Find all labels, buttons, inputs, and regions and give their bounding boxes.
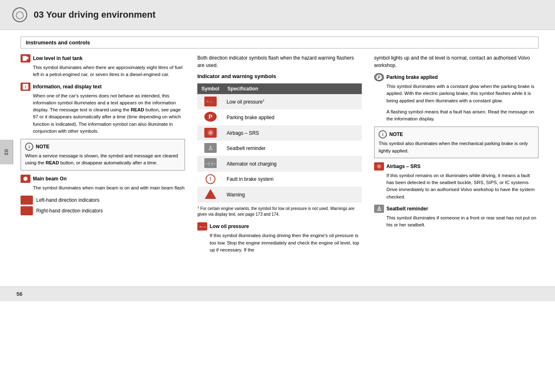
note-box-col3: i NOTE This symbol also illuminates when… [374,127,539,158]
low-oil-icon: ~→ [204,97,217,106]
parking-brake-extra-col3: A flashing symbol means that a fault has… [386,108,539,123]
low-fuel-item: Low level in fuel tank This symbol illum… [21,54,185,78]
page-wrapper: ◯ 03 Your driving environment 03 Instrum… [0,0,555,392]
main-beam-heading: Main beam On [21,175,185,183]
spec-cell-seatbelt: Seatbelt reminder [223,141,362,156]
symbol-table: Symbol Specification ~→ Low o [197,83,362,203]
svg-text:─┤├─: ─┤├─ [205,161,216,166]
left-indicator-item: Left-hand direction indicators [21,196,185,205]
left-indicator-label: Left-hand direction indicators [36,197,99,203]
table-row: Warning [197,187,362,203]
note-box-header-col1: i NOTE [25,143,180,151]
seatbelt-heading-col3: ♙ Seatbelt reminder [374,205,539,213]
note-box-col1: i NOTE When a service message is shown, … [21,139,185,171]
table-header-row: Symbol Specification [197,83,362,94]
symbol-cell-warning [197,187,223,203]
steering-wheel-icon: ◯ [12,7,27,22]
symbol-cell-oil: ~→ [197,94,223,109]
note-text-col3: This symbol also illuminates when the me… [379,140,534,154]
table-row: ~→ Low oil pressure1 [197,94,362,109]
low-oil-detail-icon: ~→ [197,222,207,231]
table-row: P Parking brake applied [197,109,362,125]
table-heading: Indicator and warning symbols [197,73,362,79]
svg-text:P: P [378,75,381,80]
table-row: ─┤├─ Alternator not charging [197,156,362,172]
table-row: ♙ Seatbelt reminder [197,141,362,156]
seatbelt-icon-col3: ♙ [374,205,384,213]
svg-text:♙: ♙ [208,145,213,151]
svg-rect-1 [27,57,28,59]
symbol-cell-alternator: ─┤├─ [197,156,223,172]
airbags-heading-col3: Airbags – SRS [374,162,539,171]
symbol-cell-airbag: ✳ [197,125,223,141]
note-label-col3: NOTE [389,131,403,137]
info-read-item: i Information, read display text When on… [21,83,185,135]
low-fuel-label: Low level in fuel tank [33,55,83,61]
main-beam-body: The symbol illuminates when main beam is… [33,184,185,191]
low-oil-body: If this symbol illuminates during drivin… [210,232,362,254]
svg-text:~→: ~→ [199,224,206,229]
table-row: ! Fault in brake system [197,172,362,187]
header-bar: ◯ 03 Your driving environment [0,0,555,30]
right-indicator-item: Right-hand direction indicators [21,206,185,215]
airbag-table-icon: ✳ [204,128,217,138]
svg-rect-0 [23,56,27,61]
symbol-cell-brake: ! [197,172,223,187]
info-read-label: Information, read display text [33,84,102,90]
seatbelt-label-col3: Seatbelt reminder [386,206,428,212]
page-title: 03 Your driving environment [34,9,155,20]
content-area: Instruments and controls Low level in fu… [0,37,555,270]
svg-text:~→: ~→ [206,99,213,104]
spec-cell-oil: Low oil pressure1 [223,94,362,109]
left-arrow-shape [23,196,30,204]
svg-text:i: i [25,85,26,89]
col3-intro: symbol lights up and the oil level is no… [374,54,539,69]
col2-intro: Both direction indicator symbols flash w… [197,54,362,69]
svg-point-4 [23,177,28,181]
three-column-layout: Low level in fuel tank This symbol illum… [21,54,539,258]
col-symbol: Symbol [197,83,223,94]
note-icon-col3: i [379,130,387,138]
page-number: 56 [16,291,22,297]
spec-cell-brake: Fault in brake system [223,172,362,187]
right-arrow-icon [21,206,33,215]
svg-point-16 [377,164,381,168]
airbags-icon-col3 [374,162,384,171]
warning-triangle-icon [205,189,216,199]
svg-text:P: P [208,113,212,120]
parking-brake-icon-col3: P [374,73,384,81]
low-oil-heading: ~→ Low oil pressure [197,222,362,231]
spec-cell-warning: Warning [223,187,362,203]
spec-cell-airbag: Airbags – SRS [223,125,362,141]
airbags-srs-col3: Airbags – SRS If this symbol remains on … [374,162,539,201]
low-fuel-body: This symbol illuminates when there are a… [33,64,185,78]
parking-brake-col3: P Parking brake applied This symbol illu… [374,73,539,122]
low-fuel-icon [21,54,30,62]
main-beam-label: Main beam On [33,176,67,182]
page-footer: 56 [0,286,555,301]
table-row: ✳ Airbags – SRS [197,125,362,141]
col-specification: Specification [223,83,362,94]
symbol-cell-seatbelt: ♙ [197,141,223,156]
column-2: Both direction indicator symbols flash w… [197,54,362,258]
airbags-body-col3: If this symbol remains on or illuminates… [386,172,539,201]
seatbelt-body-col3: This symbol illuminates if someone in a … [386,214,539,229]
parking-brake-label-col3: Parking brake applied [386,74,438,80]
left-arrow-icon [21,196,33,205]
column-3: symbol lights up and the oil level is no… [374,54,539,258]
parking-brake-table-icon: P [204,112,217,122]
low-fuel-heading: Low level in fuel tank [21,54,185,62]
info-read-heading: i Information, read display text [21,83,185,91]
low-oil-detail: ~→ Low oil pressure If this symbol illum… [197,222,362,254]
brake-table-icon: ! [206,174,215,184]
low-oil-label: Low oil pressure [210,224,249,229]
airbags-label-col3: Airbags – SRS [386,164,421,169]
spec-cell-parking: Parking brake applied [223,109,362,125]
alternator-table-icon: ─┤├─ [204,158,217,168]
seatbelt-col3: ♙ Seatbelt reminder This symbol illumina… [374,205,539,229]
main-beam-item: Main beam On The symbol illuminates when… [21,175,185,191]
info-read-icon: i [21,83,30,91]
table-footnote: 1 For certain engine variants, the symbo… [197,205,362,217]
svg-text:♙: ♙ [377,205,382,212]
info-read-body: When one of the car's systems does not b… [33,92,185,135]
